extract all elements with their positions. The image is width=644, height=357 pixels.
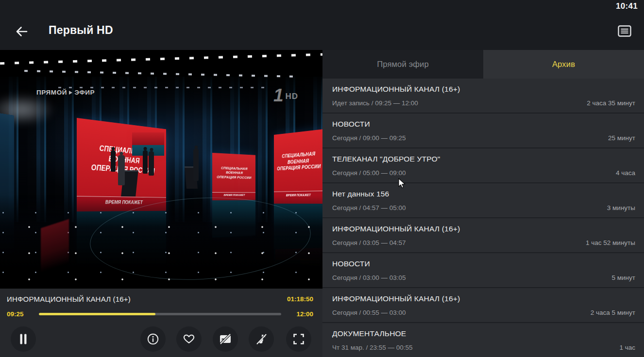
program-meta: Сегодня / 03:05 — 04:57 (332, 239, 406, 246)
studio-back-screen (132, 132, 164, 156)
program-meta: Идет запись / 09:25 — 12:00 (332, 99, 418, 107)
program-meta: Сегодня / 03:00 — 03:05 (332, 274, 406, 281)
audio-track-off-button[interactable] (249, 326, 274, 352)
program-title: ТЕЛЕКАНАЛ "ДОБРОЕ УТРО" (332, 155, 440, 163)
progress-bar[interactable] (39, 313, 281, 315)
program-duration: 2 часа 5 минут (591, 309, 635, 316)
playlist-menu-button[interactable] (617, 22, 634, 40)
program-row[interactable]: НОВОСТИ Сегодня / 09:00 — 09:25 25 минут (322, 114, 644, 147)
program-meta: Чт 31 мар. / 23:55 — 00:55 (332, 344, 413, 351)
program-title: ИНФОРМАЦИОННЫЙ КАНАЛ (16+) (332, 294, 460, 303)
program-duration: 1 час (619, 344, 635, 351)
fullscreen-button[interactable] (286, 326, 311, 352)
hd-label: HD (286, 92, 299, 101)
program-meta: Сегодня / 04:57 — 05:00 (332, 204, 406, 211)
program-title: НОВОСТИ (332, 120, 370, 129)
program-row[interactable]: ИНФОРМАЦИОННЫЙ КАНАЛ (16+) Сегодня / 03:… (322, 218, 644, 252)
header: 10:41 Первый HD (0, 0, 644, 50)
live-badge-word: ПРЯМОЙ (36, 89, 67, 96)
program-title: ДОКУМЕНТАЛЬНОЕ (332, 329, 406, 338)
subtitles-off-button[interactable] (213, 326, 238, 352)
epg-panel: Прямой эфир Архив ИНФОРМАЦИОННЫЙ КАНАЛ (… (322, 50, 644, 357)
live-badge-word: ЭФИР (74, 89, 95, 96)
player-info-bar: ИНФОРМАЦИОННЫЙ КАНАЛ (16+) 01:18:50 09:2… (0, 289, 322, 357)
studio-lights-row (0, 53, 322, 65)
pause-button[interactable] (11, 326, 36, 352)
banner-text: ОПЕРАЦИЯ РОССИИ (212, 175, 255, 180)
subtitles-off-icon (219, 332, 232, 346)
studio-person (111, 150, 116, 172)
tv-app-screen: 10:41 Первый HD (0, 0, 644, 357)
progress-fill (39, 313, 155, 315)
program-end-time: 12:00 (292, 310, 313, 318)
pause-icon (17, 333, 29, 345)
program-list: ИНФОРМАЦИОННЫЙ КАНАЛ (16+) Идет запись /… (322, 79, 644, 357)
live-badge: ПРЯМОЙ ЭФИР (36, 89, 95, 96)
program-start-time: 09:25 (7, 310, 28, 318)
page-title: Первый HD (49, 24, 113, 37)
program-duration: 1 час 52 минуты (586, 239, 635, 246)
info-button[interactable] (140, 326, 166, 352)
tab-bar: Прямой эфир Архив (322, 50, 644, 79)
program-meta: Сегодня / 09:00 — 09:25 (332, 134, 406, 142)
music-note-off-icon (254, 332, 268, 346)
program-title: ИНФОРМАЦИОННЫЙ КАНАЛ (16+) (332, 85, 460, 94)
live-arrow-icon (69, 91, 72, 95)
studio-person (149, 151, 154, 176)
info-icon (147, 333, 159, 345)
tab-archive[interactable]: Архив (483, 50, 644, 79)
program-meta: Сегодня / 05:00 — 09:00 (332, 169, 406, 177)
studio-red-reflection (41, 219, 69, 273)
back-button[interactable] (14, 23, 31, 40)
program-title: ИНФОРМАЦИОННЫЙ КАНАЛ (16+) (332, 225, 460, 233)
studio-person (118, 155, 125, 185)
fullscreen-icon (292, 333, 305, 345)
program-row[interactable]: ИНФОРМАЦИОННЫЙ КАНАЛ (16+) Сегодня / 00:… (322, 288, 644, 322)
channel-watermark: 1 HD (273, 87, 298, 104)
playlist-icon (617, 23, 634, 39)
program-row[interactable]: ИНФОРМАЦИОННЫЙ КАНАЛ (16+) Идет запись /… (322, 79, 644, 113)
heart-icon (183, 333, 195, 345)
program-duration: 5 минут (612, 274, 635, 281)
program-title: НОВОСТИ (332, 260, 370, 268)
video-player[interactable]: СПЕЦИАЛЬНАЯ ВОЕННАЯ ОПЕРАЦИЯ РОССИИ ВРЕМ… (0, 50, 322, 289)
program-duration: 2 часа 35 минут (587, 99, 635, 107)
now-playing-title: ИНФОРМАЦИОННЫЙ КАНАЛ (16+) (7, 295, 131, 303)
favorite-button[interactable] (176, 326, 202, 352)
elapsed-time: 01:18:50 (287, 295, 313, 303)
tab-live[interactable]: Прямой эфир (322, 50, 483, 79)
channel-one-logo: 1 (273, 87, 284, 104)
program-duration: 4 часа (616, 169, 635, 177)
program-row[interactable]: НОВОСТИ Сегодня / 03:00 — 03:05 5 минут (322, 253, 644, 287)
program-meta: Сегодня / 00:55 — 03:00 (332, 309, 406, 316)
program-duration: 3 минуты (607, 204, 635, 211)
studio-lights-row (58, 87, 267, 88)
studio-person (143, 150, 148, 174)
program-row[interactable]: ДОКУМЕНТАЛЬНОЕ Чт 31 мар. / 23:55 — 00:5… (322, 323, 644, 357)
program-title: Нет данных 156 (332, 190, 389, 198)
arrow-left-icon (14, 24, 31, 39)
program-duration: 25 минут (608, 134, 635, 142)
status-clock: 10:41 (616, 1, 638, 11)
program-row[interactable]: ТЕЛЕКАНАЛ "ДОБРОЕ УТРО" Сегодня / 05:00 … (322, 148, 644, 182)
studio-person (193, 149, 199, 181)
player-controls (0, 326, 322, 352)
program-row[interactable]: Нет данных 156 Сегодня / 04:57 — 05:00 3… (322, 183, 644, 217)
